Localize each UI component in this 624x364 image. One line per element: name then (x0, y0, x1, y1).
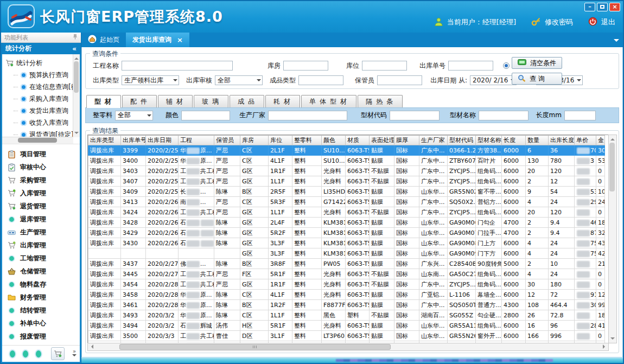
table-row[interactable]: 调拨出库34582020/2/28华原...陈琳C区4L1F整料光身料6063-… (88, 290, 605, 300)
order-no-input[interactable] (448, 61, 493, 71)
profile-code-input[interactable] (390, 111, 440, 120)
table-row[interactable]: 调拨出库34282020/2/26石城陈琳G区2L4F整料KLM38176063… (88, 218, 605, 228)
material-tab[interactable]: 辅材 (158, 95, 193, 107)
sidebar-module-item[interactable]: 采购管理 (7, 174, 80, 187)
scroll-down-icon[interactable] (74, 132, 79, 136)
audit-select[interactable]: 全部 (215, 75, 263, 85)
overflow-button[interactable]: » (72, 349, 78, 359)
keeper-input[interactable] (377, 75, 422, 85)
material-tab[interactable]: 配件 (122, 95, 157, 107)
table-row[interactable]: 调拨出库34292020/2/26石城陈琳G区5R2F整料KLM38176063… (88, 228, 605, 238)
workwear-radio[interactable] (503, 62, 510, 69)
scroll-right-icon[interactable] (603, 344, 607, 349)
circle-icon[interactable] (36, 350, 41, 357)
tree-vertical-scrollbar[interactable] (73, 54, 80, 137)
sidebar-module-item[interactable]: 补单中心 (7, 317, 80, 330)
length-input[interactable] (564, 111, 596, 120)
grid-horizontal-scrollbar[interactable] (87, 343, 609, 351)
table-row[interactable]: 调拨出库34372020/2/27佛...陈琳B区3R8F整料PW056063-… (88, 259, 605, 269)
sidebar-module-item[interactable]: 审核中心 (7, 161, 80, 174)
material-tab[interactable]: 单体型材 (301, 95, 356, 107)
logout-link[interactable]: 退出 (601, 17, 615, 27)
table-row[interactable]: 调拨出库34032020/2/25工共工程严思G区1R1F整料光身料6063-T… (88, 166, 605, 176)
project-name-input[interactable] (122, 61, 233, 71)
column-header[interactable]: 材质 (346, 136, 370, 145)
scroll-left-icon[interactable] (89, 344, 93, 349)
column-header[interactable]: 型材名称 (476, 136, 502, 145)
table-row[interactable]: 调拨出库34932020/3/2华原...陈琳C区1L1F整料黑色塑料不贴膜国标… (88, 310, 605, 321)
sidebar-tree-item[interactable]: 预算执行查询 (5, 69, 80, 81)
column-header[interactable]: 长度 (502, 136, 526, 145)
tab-close-icon[interactable]: × (177, 36, 183, 44)
clear-conditions-button[interactable]: 清空条件 (512, 57, 562, 69)
sidebar-tree-item[interactable]: 收货入库查询 (5, 117, 80, 129)
column-header[interactable]: 工程 (179, 136, 214, 145)
column-header[interactable]: 生产厂家 (419, 136, 448, 145)
column-header[interactable]: 出库单号 (121, 136, 146, 145)
column-header[interactable]: 表面处理 (370, 136, 394, 145)
maximize-button[interactable] (597, 3, 608, 11)
grid-vscroll-thumb[interactable] (609, 143, 615, 191)
tree-root-node[interactable]: 统计分析 (5, 57, 80, 69)
whole-part-select[interactable]: 全部 (115, 111, 153, 120)
tab-shipping-outbound-query[interactable]: 发货出库查询× (126, 33, 189, 47)
location-input[interactable] (362, 61, 407, 71)
sidebar-module-item[interactable]: 退库管理 (7, 213, 80, 226)
column-header[interactable]: 保管员 (214, 136, 240, 145)
column-header[interactable]: 膜厚 (394, 136, 419, 145)
sidebar-module-item[interactable]: 退货管理 (7, 200, 80, 213)
manufacturer-input[interactable] (268, 111, 347, 120)
table-row[interactable]: 调拨出库34542020/2/28工共工程严思G区1R1F整料光身料6063-T… (88, 279, 605, 290)
column-header[interactable]: 库房 (240, 136, 269, 145)
table-row[interactable]: 调拨出库34072020/2/25工共工程严思G区1L1F整料光身料6063-T… (88, 176, 605, 187)
table-row[interactable]: G区3L3F整料KLM38176063-T5贴膜国标山东华...GA90M09.… (88, 248, 605, 259)
tree-vscroll-thumb[interactable] (74, 61, 79, 93)
column-header[interactable]: 颜色 (322, 136, 346, 145)
material-tab[interactable]: 隔热条 (358, 95, 403, 107)
date-from-picker[interactable]: 2020/ 2/16 (470, 75, 517, 85)
table-row[interactable]: 调拨出库34612020/2/28华原...陈琳B区1R2F整料F8877FT6… (88, 300, 605, 310)
circle-icon[interactable] (10, 350, 15, 357)
grid-vertical-scrollbar[interactable] (608, 135, 617, 343)
close-button[interactable]: × (609, 3, 620, 11)
table-row[interactable]: 调拨出库34242020/2/26工共工程严思G区1L1F整料光身料6063-T… (88, 207, 605, 218)
column-header[interactable]: 库位 (269, 136, 292, 145)
sidebar-module-item[interactable]: 入库管理 (7, 187, 80, 200)
table-row[interactable]: 调拨出库34002020/2/25华原...严思C区4L1F整料SU10...6… (88, 156, 605, 166)
table-row[interactable]: 调拨出库34092020/2/25长...陈琳B区2R5F整料LI35HD606… (88, 187, 605, 197)
sidebar-tree-item[interactable]: 在途信息查询[待 (5, 81, 80, 93)
sidebar-module-item[interactable]: 结转管理 (7, 304, 80, 317)
column-header[interactable]: 出库类型 (88, 136, 121, 145)
profile-name-input[interactable] (479, 111, 529, 120)
material-tab[interactable]: 成品 (230, 95, 264, 107)
tab-list-dropdown-icon[interactable] (614, 39, 619, 44)
sidebar-module-item[interactable]: 财务管理 (7, 291, 80, 304)
product-type-input[interactable] (298, 75, 343, 85)
section-header[interactable]: 统计分析 « (1, 43, 81, 54)
warehouse-input[interactable] (283, 61, 328, 71)
sidebar-module-item[interactable]: 出库管理 (7, 239, 80, 252)
table-row[interactable]: 调拨出库33992020/2/25华原...严思C区2L1F整料SU10...6… (88, 145, 605, 156)
out-type-select[interactable]: 生产领料出库 (122, 75, 179, 85)
search-button[interactable]: 查 询 (512, 73, 562, 85)
table-row[interactable]: 调拨出库34452020/2/27工共工程严思F区5R1F整料光身料6063-T… (88, 269, 605, 279)
sidebar-module-item[interactable]: 工地管理 (7, 252, 80, 265)
column-header[interactable]: 出库日期 (146, 136, 179, 145)
column-header[interactable]: 单价 (575, 136, 596, 145)
circle-icon[interactable] (23, 350, 28, 357)
color-input[interactable] (181, 111, 230, 120)
column-header[interactable]: 出库长度 (549, 136, 575, 145)
sidebar-module-item[interactable]: 报废管理 (7, 330, 80, 343)
pin-icon[interactable] (73, 34, 78, 41)
material-tab[interactable]: 耗材 (265, 95, 300, 107)
table-row[interactable]: 调拨出库34132020/2/26南...严思C区5R3F整料G71422606… (88, 197, 605, 207)
material-tab[interactable]: 型材 (86, 95, 121, 108)
table-row[interactable]: 调拨出库35002020/3/3工共工程曹佳D区3L1F整料LT3P606063… (88, 331, 605, 341)
scroll-up-icon[interactable] (74, 55, 79, 60)
tree-horizontal-scrollbar[interactable] (2, 137, 73, 144)
sidebar-module-item[interactable]: 物料盘存 (7, 278, 80, 291)
tab-start-page[interactable]: 起始页 (81, 33, 126, 47)
column-header[interactable]: 整零料 (292, 136, 322, 145)
tree-hscroll-thumb[interactable] (18, 138, 57, 143)
material-tab[interactable]: 玻璃 (194, 95, 228, 107)
